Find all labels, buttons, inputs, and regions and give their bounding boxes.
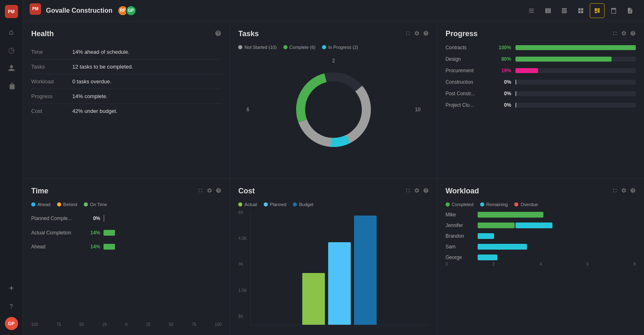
complete-dot [283,45,288,49]
brandon-remaining-bar [478,233,494,239]
cost-help-icon[interactable] [423,188,429,195]
time-panel: Time Ahead [23,179,230,335]
complete-label: Complete (6) [290,45,316,50]
svg-rect-10 [578,8,580,10]
donut-svg [292,69,375,151]
health-panel: Health Time 14% ahead of schedule. Tasks… [23,21,230,178]
sidebar-item-recent[interactable]: ◷ [4,43,19,57]
donut-label-left: 6 [246,107,249,112]
project-clo-label: Project Clo... [446,102,491,108]
svg-rect-11 [581,8,583,10]
progress-help-icon[interactable] [630,30,636,37]
workload-expand-icon[interactable] [612,188,618,195]
tasks-expand-icon[interactable] [405,30,411,37]
progress-panel: Progress Contracts 100% [437,21,644,178]
time-axis-100l: 100 [31,322,38,327]
nav-calendar-view[interactable] [606,3,621,18]
wl-axis-0: 0 [446,262,448,266]
workload-sam: Sam [446,244,636,250]
tasks-settings-icon[interactable] [414,30,420,37]
progress-contracts: Contracts 100% [446,45,636,50]
time-axis-0: 0 [125,322,128,327]
cost-settings-icon[interactable] [414,188,420,195]
health-help-icon[interactable] [215,30,221,38]
time-settings-icon[interactable] [207,188,212,195]
workload-rows-list: Mike Jennifer [446,212,636,260]
workload-x-axis: 0 2 4 6 8 [446,262,636,266]
header-nav [524,3,637,18]
design-pct: 80% [495,56,511,62]
health-workload-row: Workload 0 tasks overdue. [31,74,221,89]
cost-expand-icon[interactable] [405,188,411,195]
workload-george: George [446,255,636,260]
sidebar-help-button[interactable]: ? [4,299,19,314]
post-constr-bar-tick [515,91,516,96]
time-ahead-bar [104,244,115,250]
time-chart: Planned Comple... 0% Actual Completion 1… [31,212,221,327]
on-time-label: On Time [90,202,107,207]
avatar-gp[interactable]: GP [126,5,136,16]
time-axis-100r: 100 [215,322,222,327]
svg-rect-1 [529,10,534,11]
wl-axis-8: 8 [633,262,636,266]
sidebar-user-avatar[interactable]: GP [5,317,18,330]
app-logo[interactable]: PM [5,5,18,18]
legend-behind: Behind [57,202,77,207]
nav-list-view[interactable] [524,3,539,18]
remaining-label: Remaining [486,202,508,207]
dashboard-grid: Health Time 14% ahead of schedule. Tasks… [23,21,644,335]
time-expand-icon[interactable] [198,188,203,195]
workload-jennifer: Jennifer [446,223,636,228]
health-tasks-value: 12 tasks to be completed. [72,64,133,70]
legend-actual: Actual [238,202,257,207]
progress-settings-icon[interactable] [621,30,627,37]
workload-chart: Mike Jennifer [446,212,636,327]
george-label: George [446,255,474,260]
nav-dashboard-view[interactable] [590,3,605,18]
time-actual-label: Actual Completion [31,230,80,236]
on-time-dot [84,202,88,207]
svg-rect-12 [578,11,580,13]
post-constr-pct: 0% [495,91,511,96]
workload-settings-icon[interactable] [621,188,627,195]
nav-board-view[interactable] [540,3,555,18]
health-progress-value: 14% complete. [72,93,108,99]
post-constr-label: Post Constr... [446,91,491,96]
nav-table-view[interactable] [557,3,572,18]
contracts-label: Contracts [446,45,491,50]
george-bars [478,255,497,260]
contracts-pct: 100% [495,45,511,50]
sidebar-item-people[interactable] [4,61,19,76]
progress-list: Contracts 100% Design 80% Procuremen [446,45,636,108]
nav-docs-view[interactable] [623,3,637,18]
health-tasks-row: Tasks 12 tasks to be completed. [31,60,221,74]
mike-completed-bar [478,212,543,218]
time-planned-pct: 0% [84,216,100,221]
health-actions [215,30,221,38]
svg-rect-9 [562,12,567,13]
progress-expand-icon[interactable] [612,30,618,37]
tasks-help-icon[interactable] [423,30,429,37]
main-content: PM Govalle Construction RP GP [23,0,644,335]
sidebar-item-home[interactable]: ⌂ [4,25,19,39]
legend-remaining: Remaining [480,202,508,207]
workload-help-icon[interactable] [630,188,636,195]
in-progress-label: In Progress (2) [328,45,358,50]
sidebar-add-button[interactable]: + [4,281,19,296]
svg-rect-3 [545,8,547,13]
tasks-legend: Not Started (10) Complete (6) In Progres… [238,45,428,50]
time-help-icon[interactable] [216,188,221,195]
workload-title: Workload [446,187,479,195]
construction-bar-bg [515,80,636,85]
health-workload-value: 0 tasks overdue. [72,78,111,85]
nav-grid-view[interactable] [573,3,588,18]
cost-panel-header: Cost [238,187,428,195]
legend-planned: Planned [264,202,286,207]
time-planned-bar-area [104,215,221,222]
cost-y-3k: 3K [238,262,247,266]
legend-completed: Completed [446,202,474,207]
not-started-dot [238,45,242,49]
time-axis-75r: 75 [192,322,196,327]
sidebar-item-portfolio[interactable] [4,79,19,94]
completed-label: Completed [452,202,474,207]
